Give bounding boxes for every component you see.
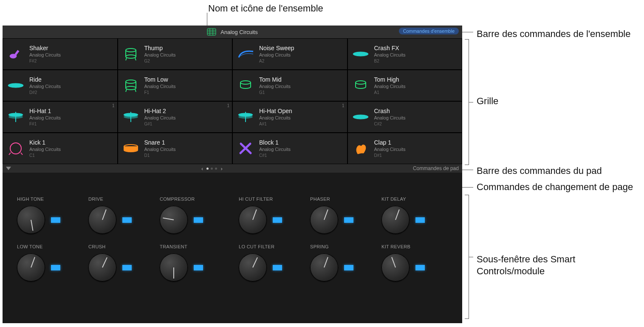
pad-name: Tom Low [144, 76, 176, 83]
svg-point-22 [240, 81, 251, 84]
tom-icon [353, 78, 368, 93]
hihat-icon [238, 109, 253, 125]
page-dot[interactable] [215, 168, 217, 170]
knob[interactable] [17, 206, 45, 234]
pad-cell[interactable]: Crash FXAnalog CircuitsB2 [347, 38, 463, 70]
knob-led[interactable] [344, 265, 353, 270]
pad-text: Tom HighAnalog CircuitsA1 [374, 76, 406, 95]
pad-cell[interactable]: Tom LowAnalog CircuitsF1 [118, 70, 233, 101]
knob-cell: KIT DELAY [379, 194, 450, 242]
svg-point-19 [126, 86, 136, 90]
pad-note: F#1 [29, 122, 61, 126]
ensemble-controls-button[interactable]: Commandes d'ensemble [399, 28, 459, 34]
knob-panel: HIGH TONEDRIVECOMPRESSORLOW TONECRUSHTRA… [14, 194, 229, 289]
knob-label: HIGH TONE [17, 196, 44, 202]
knob-label: KIT REVERB [381, 244, 410, 249]
callout-kit-controls-bar-line1: Barre des commandes de l'ensemble [477, 28, 631, 40]
knob[interactable] [239, 253, 267, 282]
pad-cell[interactable]: Tom HighAnalog CircuitsA1 [347, 70, 463, 101]
svg-point-8 [126, 48, 136, 52]
pad-note: D1 [144, 153, 176, 158]
knob-panel: HI CUT FILTERPHASERKIT DELAYLO CUT FILTE… [236, 194, 450, 289]
pad-cell[interactable]: Hi-Hat OpenAnalog CircuitsA#11 [232, 101, 347, 133]
knob[interactable] [310, 206, 338, 234]
knob-led[interactable] [51, 265, 60, 270]
smart-controls-pane: HIGH TONEDRIVECOMPRESSORLOW TONECRUSHTRA… [3, 173, 462, 302]
sticks-icon [238, 141, 253, 156]
knob-led[interactable] [415, 265, 425, 270]
bracket-controls [465, 195, 469, 319]
pad-cell[interactable]: Block 1Analog CircuitsC#1 [232, 133, 347, 164]
pad-text: Tom LowAnalog CircuitsF1 [144, 76, 176, 95]
pad-controls-label[interactable]: Commandes de pad [413, 165, 459, 171]
knob-led[interactable] [122, 217, 132, 223]
pad-cell[interactable]: Snare 1Analog CircuitsD1 [118, 133, 233, 164]
disclosure-triangle-icon[interactable] [6, 167, 11, 170]
knob-led[interactable] [51, 217, 60, 223]
pad-cell[interactable]: Clap 1Analog CircuitsD#1 [347, 133, 463, 164]
pad-name: Hi-Hat 2 [144, 108, 176, 114]
pad-name: Shaker [29, 45, 61, 51]
pad-cell[interactable]: ThumpAnalog CircuitsG2 [118, 38, 233, 70]
knob[interactable] [160, 206, 188, 234]
pad-kit: Analog Circuits [259, 52, 294, 57]
knob-cell: HI CUT FILTER [236, 194, 308, 242]
callout-page-change: Commandes de changement de page [477, 181, 633, 193]
pad-cell[interactable]: Hi-Hat 1Analog CircuitsF#11 [3, 101, 118, 133]
knob[interactable] [88, 206, 116, 234]
pad-cell[interactable]: RideAnalog CircuitsD#2 [3, 70, 118, 101]
knob[interactable] [17, 253, 45, 282]
pad-kit: Analog Circuits [29, 52, 61, 57]
pad-name: Hi-Hat Open [259, 108, 292, 114]
floor-tom-icon [123, 46, 138, 62]
cymbal-flat-icon [353, 46, 368, 62]
knob-led[interactable] [273, 217, 282, 223]
pad-name: Clap 1 [374, 139, 406, 146]
knob[interactable] [160, 253, 188, 282]
svg-line-13 [135, 58, 136, 60]
pad-text: Snare 1Analog CircuitsD1 [144, 139, 176, 158]
pad-name: Kick 1 [29, 139, 61, 146]
cymbal-flat-icon [353, 109, 368, 125]
pad-controls-bar: ‹ › Commandes de pad [3, 164, 462, 173]
knob-cell: SPRING [308, 242, 379, 289]
page-dot[interactable] [206, 168, 209, 170]
knob-label: LO CUT FILTER [239, 244, 274, 249]
pad-cell[interactable]: Hi-Hat 2Analog CircuitsG#11 [118, 101, 233, 133]
knob-led[interactable] [415, 217, 425, 223]
pad-note: D#1 [374, 153, 406, 158]
chevron-left-icon[interactable]: ‹ [201, 165, 203, 172]
kick-icon [8, 141, 23, 156]
pad-cell[interactable]: Tom MidAnalog CircuitsG1 [232, 70, 347, 101]
pad-kit: Analog Circuits [374, 84, 406, 89]
knob-cell: KIT REVERB [379, 242, 450, 289]
pad-name: Crash FX [374, 45, 406, 51]
pad-text: RideAnalog CircuitsD#2 [29, 76, 61, 95]
knob-led[interactable] [122, 265, 132, 270]
knob[interactable] [88, 253, 116, 282]
pad-name: Hi-Hat 1 [29, 108, 61, 114]
kit-name-and-icon[interactable]: Analog Circuits [207, 28, 257, 36]
pad-text: Block 1Analog CircuitsC#1 [259, 139, 291, 158]
pad-note: F1 [144, 90, 176, 95]
pad-cell[interactable]: CrashAnalog CircuitsC#2 [347, 101, 463, 133]
knob[interactable] [310, 253, 338, 282]
knob-led[interactable] [194, 217, 203, 223]
knob-cell: COMPRESSOR [157, 194, 229, 242]
svg-point-14 [353, 52, 368, 56]
knob-led[interactable] [344, 217, 353, 223]
lead-line [469, 257, 473, 257]
knob-led[interactable] [194, 265, 203, 270]
pad-note: A#1 [259, 122, 292, 126]
pad-cell[interactable]: Kick 1Analog CircuitsC1 [3, 133, 118, 164]
pad-cell[interactable]: Noise SweepAnalog CircuitsA2 [232, 38, 347, 70]
chevron-right-icon[interactable]: › [220, 165, 222, 172]
page-dot[interactable] [211, 168, 213, 170]
knob[interactable] [381, 206, 410, 234]
knob[interactable] [381, 253, 410, 282]
page-dots[interactable] [206, 168, 217, 170]
knob[interactable] [239, 206, 267, 234]
pad-cell[interactable]: ShakerAnalog CircuitsF#2 [3, 38, 118, 70]
knob-label: KIT DELAY [381, 196, 406, 202]
knob-led[interactable] [273, 265, 282, 270]
